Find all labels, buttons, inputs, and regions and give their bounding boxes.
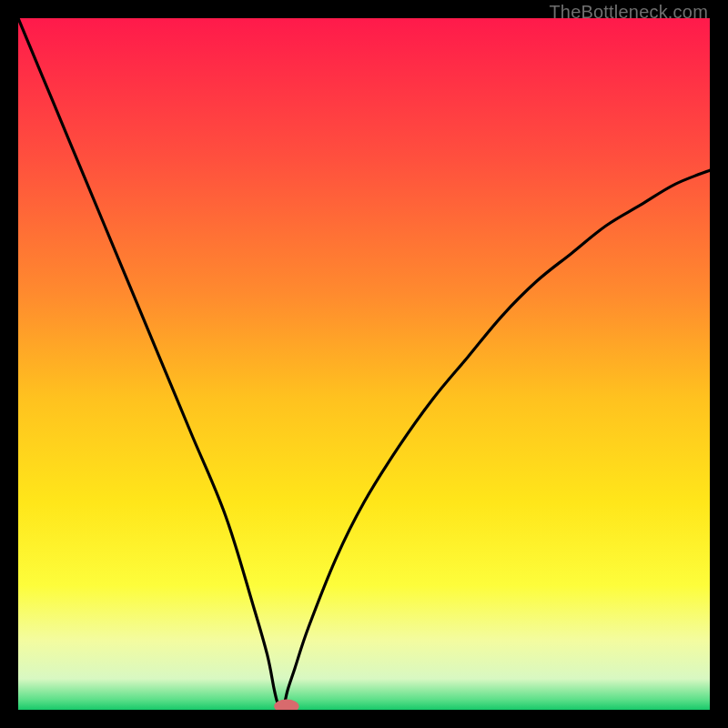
chart-frame [18, 18, 710, 710]
watermark-text: TheBottleneck.com [549, 2, 708, 23]
gradient-background [18, 18, 710, 710]
bottleneck-chart [18, 18, 710, 710]
